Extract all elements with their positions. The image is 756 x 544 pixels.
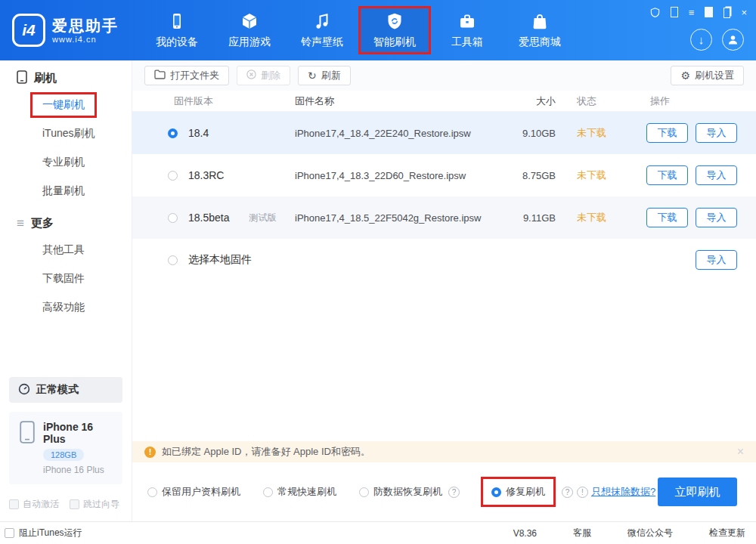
firmware-radio-selected[interactable] <box>168 128 178 138</box>
maximize-icon[interactable] <box>723 7 730 17</box>
info-icon: ! <box>577 487 588 498</box>
folder-icon <box>154 70 166 82</box>
block-itunes-label: 阻止iTunes运行 <box>19 527 82 539</box>
firmware-size: 8.75GB <box>495 170 556 181</box>
wechat-official-link[interactable]: 微信公众号 <box>627 527 673 539</box>
option-anti-data-recovery[interactable]: 防数据恢复刷机 <box>359 485 442 499</box>
device-capacity-badge: 128GB <box>43 449 84 461</box>
notice-close-icon[interactable]: × <box>737 445 744 459</box>
status-bar: 阻止iTunes运行 V8.36 客服 微信公众号 检查更新 <box>0 521 756 544</box>
main-content: 打开文件夹 删除 ↻ 刷新 ⚙ 刷机设置 固 <box>132 60 756 521</box>
col-status: 状态 <box>556 94 612 108</box>
delete-button[interactable]: 删除 <box>237 66 290 85</box>
open-folder-button[interactable]: 打开文件夹 <box>144 66 229 85</box>
option-keep-user-data[interactable]: 保留用户资料刷机 <box>147 485 240 499</box>
nav-ringtones-wallpapers[interactable]: 铃声壁纸 <box>286 0 358 60</box>
help-icon[interactable]: ? <box>562 487 573 498</box>
sidebar-section-flash: 刷机 <box>0 65 132 91</box>
firmware-version: 18.3RC <box>188 169 224 181</box>
shopping-bag-icon <box>531 11 549 31</box>
firmware-row-18-4[interactable]: 18.4 iPhone17,4_18.4_22E240_Restore.ipsw… <box>132 112 756 154</box>
check-update-link[interactable]: 检查更新 <box>709 527 745 539</box>
minimize-icon[interactable] <box>705 7 713 17</box>
phone-icon <box>17 70 27 86</box>
close-icon[interactable]: × <box>741 7 747 17</box>
flash-mode-options: 保留用户资料刷机 常规快速刷机 防数据恢复刷机 ? 修复刷机 ? ! 只想抹除数… <box>132 462 756 521</box>
col-operations: 操作 <box>612 94 737 108</box>
nav-apps-games[interactable]: 应用游戏 <box>213 0 286 60</box>
sidebar-item-itunes-flash[interactable]: iTunes刷机 <box>0 119 132 148</box>
firmware-row-18-5beta[interactable]: 18.5beta 测试版 iPhone17,4_18.5_22F5042g_Re… <box>132 196 756 239</box>
sidebar-item-download-firmware[interactable]: 下载固件 <box>0 264 132 293</box>
download-status: 未下载 <box>556 211 612 224</box>
main-nav: 我的设备 应用游戏 铃声壁纸 智能刷机 <box>141 0 576 60</box>
iphone-icon <box>20 421 35 475</box>
import-button[interactable]: 导入 <box>696 208 737 227</box>
flash-now-button[interactable]: 立即刷机 <box>658 478 737 506</box>
download-button[interactable]: 下载 <box>646 208 688 227</box>
local-firmware-label: 选择本地固件 <box>188 253 252 267</box>
firmware-version: 18.5beta <box>188 212 230 224</box>
user-account-icon[interactable] <box>722 29 744 51</box>
hamburger-icon: ≡ <box>17 217 24 230</box>
sidebar-item-advanced-features[interactable]: 高级功能 <box>0 293 132 322</box>
nav-label: 铃声壁纸 <box>301 36 343 49</box>
theme-icon[interactable] <box>671 7 678 17</box>
sidebar: 刷机 一键刷机 iTunes刷机 专业刷机 批量刷机 ≡ 更多 其他工具 下载固… <box>0 60 132 521</box>
sidebar-section-more: ≡ 更多 <box>0 210 132 236</box>
import-button[interactable]: 导入 <box>696 165 737 185</box>
device-name: iPhone 16 Plus <box>43 421 115 445</box>
auto-activate-checkbox[interactable]: 自动激活 <box>9 498 59 511</box>
nav-i4-store[interactable]: 爱思商城 <box>503 0 576 60</box>
app-title: 爱思助手 <box>52 17 119 35</box>
nav-my-devices[interactable]: 我的设备 <box>141 0 213 60</box>
sidebar-item-batch-flash[interactable]: 批量刷机 <box>0 177 132 206</box>
firmware-radio[interactable] <box>168 213 178 223</box>
beta-badge: 测试版 <box>249 212 277 224</box>
flash-settings-button[interactable]: ⚙ 刷机设置 <box>671 66 744 85</box>
customer-service-link[interactable]: 客服 <box>573 527 591 539</box>
warning-icon: ! <box>144 447 156 458</box>
apple-id-notice: ! 如已绑定 Apple ID，请准备好 Apple ID和密码。 × <box>132 441 756 462</box>
nav-toolbox[interactable]: 工具箱 <box>431 0 503 60</box>
sidebar-item-one-click-flash[interactable]: 一键刷机 <box>0 91 132 119</box>
music-note-icon <box>313 11 331 31</box>
block-itunes-checkbox[interactable] <box>5 528 14 538</box>
nav-label: 智能刷机 <box>373 36 416 49</box>
download-button[interactable]: 下载 <box>646 123 688 143</box>
firmware-radio[interactable] <box>168 171 178 181</box>
download-button[interactable]: 下载 <box>646 165 688 185</box>
import-button[interactable]: 导入 <box>696 123 737 143</box>
option-repair-flash[interactable]: 修复刷机 <box>481 477 556 507</box>
import-button[interactable]: 导入 <box>696 250 737 270</box>
device-mode-button[interactable]: 正常模式 <box>9 377 122 403</box>
col-name: 固件名称 <box>295 94 495 108</box>
sidebar-item-other-tools[interactable]: 其他工具 <box>0 236 132 264</box>
delete-circle-icon <box>246 70 256 82</box>
device-model: iPhone 16 Plus <box>43 465 115 475</box>
download-manager-icon[interactable]: ↓ <box>690 29 712 51</box>
option-regular-fast-flash[interactable]: 常规快速刷机 <box>263 485 336 499</box>
i4-logo-icon: i4 <box>12 14 45 47</box>
help-icon[interactable]: ? <box>448 487 460 498</box>
menu-icon[interactable]: ≡ <box>689 7 695 17</box>
app-url: www.i4.cn <box>52 35 119 44</box>
firmware-row-18-3rc[interactable]: 18.3RC iPhone17,4_18.3_22D60_Restore.ips… <box>132 154 756 196</box>
refresh-button[interactable]: ↻ 刷新 <box>298 66 351 85</box>
firmware-name: iPhone17,4_18.4_22E240_Restore.ipsw <box>295 128 495 139</box>
firmware-row-local[interactable]: 选择本地固件 导入 <box>132 239 756 281</box>
window-controls: ≡ × <box>650 7 747 17</box>
nav-smart-flash[interactable]: 智能刷机 <box>358 6 431 54</box>
firmware-radio[interactable] <box>168 255 178 265</box>
erase-data-link[interactable]: 只想抹除数据? <box>591 485 655 499</box>
firmware-name: iPhone17,4_18.3_22D60_Restore.ipsw <box>295 170 495 181</box>
skip-setup-checkbox[interactable]: 跳过向导 <box>70 498 119 511</box>
connected-device-card[interactable]: iPhone 16 Plus 128GB iPhone 16 Plus <box>9 412 122 484</box>
app-version: V8.36 <box>513 528 537 539</box>
nav-label: 我的设备 <box>156 36 198 49</box>
games-cube-icon <box>240 11 259 31</box>
col-version: 固件版本 <box>174 94 213 108</box>
feedback-icon[interactable] <box>650 7 660 17</box>
sidebar-item-pro-flash[interactable]: 专业刷机 <box>0 148 132 177</box>
firmware-table-header: 固件版本 固件名称 大小 状态 操作 <box>132 91 756 112</box>
